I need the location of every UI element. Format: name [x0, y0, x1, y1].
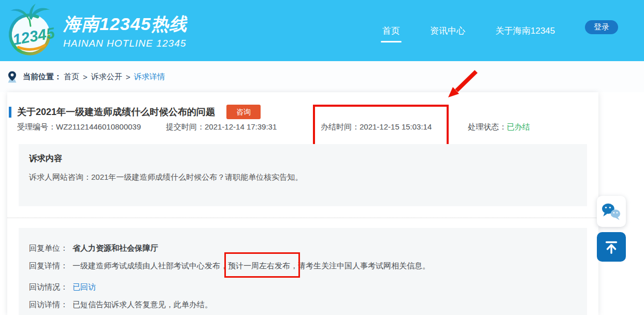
request-content-section: 诉求内容 诉求人网站咨询：2021年一级建造师成绩什么时候公布？请职能单位核实告… — [19, 144, 587, 206]
page: 12345 海南12345热线 HAINAN HOTLINE 12345 首页 … — [0, 0, 644, 315]
reply-unit-label: 回复单位： — [29, 242, 73, 253]
wechat-icon — [600, 202, 622, 221]
meta-status: 处理状态：已办结 — [468, 122, 530, 132]
back-to-top-icon — [603, 238, 620, 256]
logo-text: 海南12345热线 HAINAN HOTLINE 12345 — [63, 12, 188, 49]
breadcrumb-prefix: 当前位置： — [23, 72, 62, 82]
meta-value: WZ21121446010800039 — [56, 122, 141, 131]
breadcrumb-separator: > — [126, 73, 131, 81]
location-pin-icon — [7, 70, 17, 83]
nav-about[interactable]: 关于海南12345 — [495, 25, 555, 37]
wechat-share-button[interactable] — [597, 196, 626, 227]
visit-status-link[interactable]: 已回访 — [73, 281, 96, 292]
section-divider — [7, 218, 598, 218]
title-accent-bar — [9, 107, 11, 118]
site-subtitle: HAINAN HOTLINE 12345 — [63, 38, 188, 49]
reply-section: 回复单位： 省人力资源和社会保障厅 回复详情： 一级建造师考试成绩由人社部考试中… — [19, 228, 587, 315]
request-type-badge: 咨询 — [226, 105, 261, 119]
hotline-logo-icon: 12345 — [4, 3, 55, 59]
meta-completion-time: 办结时间：2021-12-15 15:03:14 — [321, 122, 432, 132]
highlighted-text: 预计一周左右发布， — [228, 261, 298, 270]
meta-label: 受理编号： — [17, 122, 56, 131]
breadcrumb-public-requests[interactable]: 诉求公开 — [91, 72, 122, 82]
site-header: 12345 海南12345热线 HAINAN HOTLINE 12345 首页 … — [0, 0, 644, 61]
meta-value: 2021-12-14 17:39:31 — [205, 122, 277, 131]
meta-submit-time: 提交时间：2021-12-14 17:39:31 — [166, 122, 277, 132]
main-nav: 首页 资讯中心 关于海南12345 — [382, 0, 555, 61]
breadcrumb-separator: > — [83, 73, 88, 81]
meta-row: 受理编号：WZ21121446010800039 提交时间：2021-12-14… — [7, 122, 598, 134]
meta-value: 2021-12-15 15:03:14 — [360, 122, 432, 131]
visit-status-row: 回访情况： 已回访 — [29, 281, 577, 292]
meta-label: 处理状态： — [468, 122, 507, 131]
reply-detail-text: 一级建造师考试成绩由人社部考试中心发布， — [73, 261, 228, 270]
back-to-top-button[interactable] — [597, 232, 626, 262]
site-title: 海南12345热线 — [63, 12, 188, 36]
status-badge: 已办结 — [507, 122, 530, 131]
reply-detail-value: 一级建造师考试成绩由人社部考试中心发布，预计一周左右发布，请考生关注中国人事考试… — [73, 260, 430, 271]
logo[interactable]: 12345 海南12345热线 HAINAN HOTLINE 12345 — [4, 3, 188, 59]
nav-news-center[interactable]: 资讯中心 — [430, 25, 465, 37]
login-button[interactable]: 登录 — [585, 20, 618, 34]
nav-home[interactable]: 首页 — [382, 25, 400, 37]
breadcrumb: 当前位置： 首页 > 诉求公开 > 诉求详情 — [0, 61, 644, 92]
reply-detail-label: 回复详情： — [29, 260, 73, 271]
meta-label: 提交时间： — [166, 122, 205, 131]
request-content-body: 诉求人网站咨询：2021年一级建造师成绩什么时候公布？请职能单位核实告知。 — [29, 173, 577, 182]
request-detail-card: 关于2021年一级建造师成绩什么时候公布的问题 咨询 受理编号：WZ211214… — [7, 92, 598, 315]
visit-detail-row: 回访详情： 已短信告知诉求人答复意见，此单办结。 — [29, 299, 577, 310]
visit-detail-value: 已短信告知诉求人答复意见，此单办结。 — [73, 299, 212, 310]
visit-status-label: 回访情况： — [29, 281, 73, 292]
request-content-heading: 诉求内容 — [29, 144, 577, 164]
reply-unit-value: 省人力资源和社会保障厅 — [73, 242, 158, 253]
reply-unit-row: 回复单位： 省人力资源和社会保障厅 — [29, 242, 577, 253]
request-title: 关于2021年一级建造师成绩什么时候公布的问题 — [17, 106, 215, 118]
reply-detail-row: 回复详情： 一级建造师考试成绩由人社部考试中心发布，预计一周左右发布，请考生关注… — [29, 260, 577, 271]
breadcrumb-current: 诉求详情 — [134, 72, 165, 82]
breadcrumb-home[interactable]: 首页 — [64, 72, 79, 82]
meta-label: 办结时间： — [321, 122, 360, 131]
reply-detail-text: 请考生关注中国人事考试网相关信息。 — [298, 261, 430, 270]
visit-detail-label: 回访详情： — [29, 299, 73, 310]
title-row: 关于2021年一级建造师成绩什么时候公布的问题 咨询 — [7, 105, 261, 119]
meta-case-number: 受理编号：WZ21121446010800039 — [17, 122, 141, 132]
